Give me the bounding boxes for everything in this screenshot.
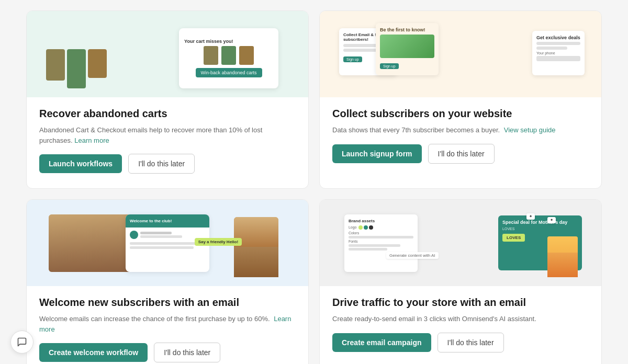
card-image-campaign: Brand assets Logo Colors Fonts (320, 200, 601, 286)
do-this-later-button-abandoned[interactable]: I'll do this later (128, 154, 195, 174)
do-this-later-button-welcome[interactable]: I'll do this later (154, 343, 220, 362)
create-welcome-workflow-button[interactable]: Create welcome workflow (39, 343, 148, 362)
chat-icon (17, 337, 27, 347)
card-desc-campaign: Create ready-to-send email in 3 clicks w… (332, 314, 589, 324)
card-body-subscribers: Collect subscribers on your website Data… (320, 97, 601, 178)
card-image-welcome: Welcome to the club! (27, 200, 308, 286)
card-desc-subscribers: Data shows that every 7th subscriber bec… (332, 125, 589, 135)
card-desc-welcome: Welcome emails can increase the chance o… (39, 314, 296, 334)
card-abandoned-carts: Your cart misses you! Win-back abandoned… (26, 10, 309, 189)
card-title-subscribers: Collect subscribers on your website (332, 108, 589, 120)
learn-more-link-abandoned[interactable]: Learn more (74, 136, 109, 144)
card-drive-traffic: Brand assets Logo Colors Fonts (319, 199, 602, 364)
card-body-campaign: Drive traffic to your store with an emai… (320, 286, 601, 364)
chat-button[interactable] (10, 331, 33, 354)
do-this-later-button-subscribers[interactable]: I'll do this later (428, 144, 495, 164)
launch-workflows-button[interactable]: Launch workflows (39, 154, 122, 173)
card-actions-campaign: Create email campaign I'll do this later (332, 333, 589, 352)
card-title-welcome: Welcome new subscribers with an email (39, 297, 296, 309)
card-body-abandoned: Recover abandoned carts Abandoned Cart &… (27, 97, 308, 188)
launch-signup-form-button[interactable]: Launch signup form (332, 144, 422, 163)
card-desc-abandoned: Abandoned Cart & Checkout emails help to… (39, 125, 296, 145)
create-email-campaign-button[interactable]: Create email campaign (332, 333, 431, 352)
card-actions-subscribers: Launch signup form I'll do this later (332, 144, 589, 164)
card-actions-welcome: Create welcome workflow I'll do this lat… (39, 343, 296, 362)
do-this-later-button-campaign[interactable]: I'll do this later (438, 333, 504, 352)
card-body-welcome: Welcome new subscribers with an email We… (27, 286, 308, 364)
card-collect-subscribers: Collect Email & SMS subscribers! Sign up… (319, 10, 602, 189)
card-actions-abandoned: Launch workflows I'll do this later (39, 154, 296, 174)
card-image-subscribers: Collect Email & SMS subscribers! Sign up… (320, 11, 601, 97)
card-title-abandoned: Recover abandoned carts (39, 108, 296, 120)
view-setup-guide-link[interactable]: View setup guide (504, 126, 556, 134)
cards-grid: Your cart misses you! Win-back abandoned… (26, 10, 602, 364)
card-image-abandoned: Your cart misses you! Win-back abandoned… (27, 11, 308, 97)
card-welcome-subscribers: Welcome to the club! (26, 199, 309, 364)
card-title-campaign: Drive traffic to your store with an emai… (332, 297, 589, 309)
